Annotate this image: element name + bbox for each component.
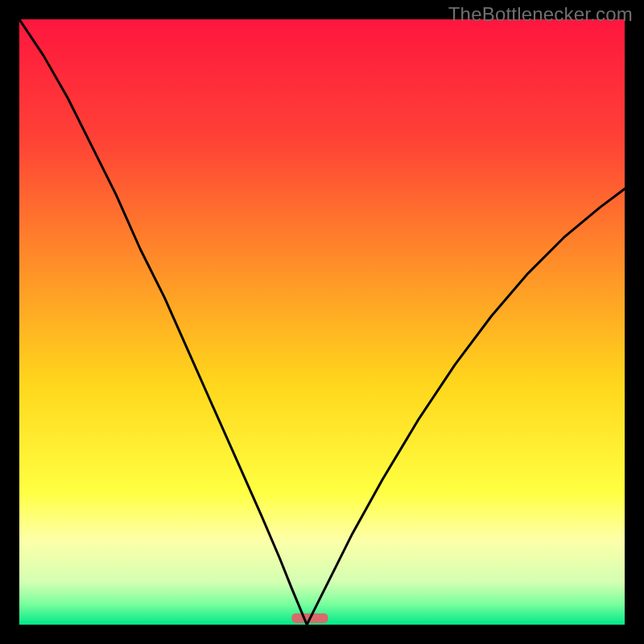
watermark-text: TheBottlenecker.com (448, 3, 633, 26)
gradient-background (19, 19, 625, 625)
chart-stage: TheBottlenecker.com (0, 0, 644, 644)
chart-svg (19, 19, 625, 625)
plot-area (19, 19, 625, 625)
